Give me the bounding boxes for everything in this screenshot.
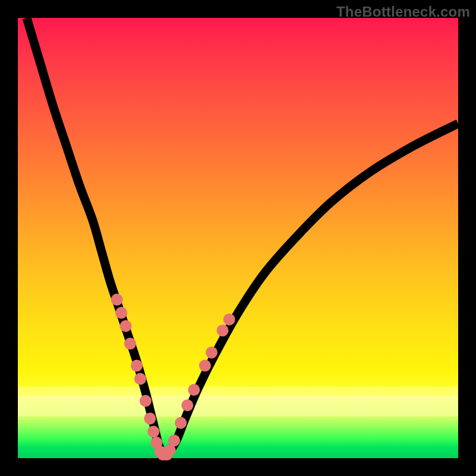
marker-dot: [217, 324, 228, 336]
marker-dot: [111, 294, 123, 306]
marker-dot: [199, 360, 211, 372]
marker-dot: [188, 384, 200, 396]
marker-dot: [120, 320, 131, 332]
marker-dot: [175, 417, 187, 429]
markers-group: [111, 294, 236, 461]
marker-dot: [144, 412, 156, 424]
marker-dot: [134, 373, 146, 385]
marker-dot: [140, 395, 152, 407]
marker-dot: [168, 434, 180, 446]
marker-dot: [115, 307, 127, 319]
marker-dot: [206, 346, 218, 358]
marker-dot: [124, 338, 136, 350]
marker-dot: [131, 360, 143, 372]
marker-dot: [181, 399, 193, 411]
watermark-text: TheBottleneck.com: [336, 4, 470, 20]
chart-frame: TheBottleneck.com: [0, 0, 476, 476]
marker-dot: [148, 426, 159, 438]
marker-dot: [223, 314, 235, 325]
chart-svg: [18, 18, 458, 458]
plot-area: [18, 18, 458, 458]
bottleneck-curve: [27, 18, 458, 455]
